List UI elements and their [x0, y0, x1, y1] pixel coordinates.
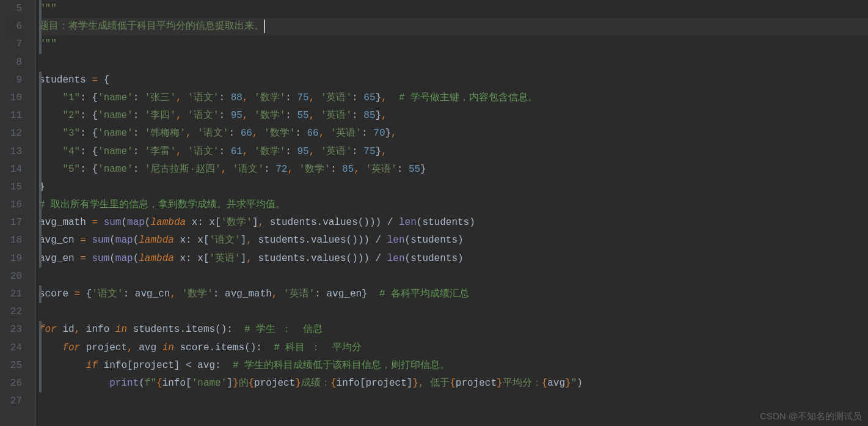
code-line: } — [39, 178, 868, 196]
code-line: "1": {'name': '张三', '语文': 88, '数学': 75, … — [39, 89, 868, 107]
code-line: "5": {'name': '尼古拉斯·赵四', '语文': 72, '数学':… — [39, 161, 868, 178]
code-line: avg_en = sum(map(lambda x: x['英语'], stud… — [39, 250, 868, 268]
code-line: """ — [39, 35, 868, 53]
code-line — [39, 392, 868, 410]
line-number: 14 — [6, 161, 22, 178]
code-line: """ — [39, 0, 868, 18]
code-editor[interactable]: 5 6 7 8 9 10 11 12 13 14 15 16 17 18 19 … — [0, 0, 868, 426]
code-line: "3": {'name': '韩梅梅', '语文': 66, '数学': 66,… — [39, 125, 868, 142]
watermark: CSDN @不知名的测试员 — [760, 411, 862, 422]
line-number: 23 — [6, 321, 22, 339]
line-number: 20 — [6, 268, 22, 285]
line-number: 26 — [6, 375, 22, 392]
line-number: 8 — [6, 54, 22, 72]
text-cursor — [264, 20, 265, 33]
line-number: 19 — [6, 250, 22, 268]
line-number: 11 — [6, 107, 22, 125]
line-number: 22 — [6, 303, 22, 321]
line-number: 5 — [6, 0, 22, 18]
code-line: avg_math = sum(map(lambda x: x['数学'], st… — [39, 214, 868, 232]
line-number: 12 — [6, 125, 22, 142]
code-line: if info[project] < avg: # 学生的科目成绩低于该科目信息… — [39, 357, 868, 375]
code-line: for project, avg in score.items(): # 科目 … — [39, 339, 868, 357]
line-number: 16 — [6, 196, 22, 214]
code-line: students = { — [39, 72, 868, 89]
code-line-current: 题目：将学生成绩低于科目平均分的信息提取出来。 — [39, 18, 868, 35]
code-line: "4": {'name': '李雷', '语文': 61, '数学': 95, … — [39, 143, 868, 161]
fold-column[interactable] — [27, 0, 35, 426]
code-line: score = {'语文': avg_cn, '数学': avg_math, '… — [39, 285, 868, 303]
code-line: # 取出所有学生里的信息，拿到数学成绩。并求平均值。 — [39, 196, 868, 214]
line-number: 10 — [6, 89, 22, 107]
code-line: "2": {'name': '李四', '语文': 95, '数学': 55, … — [39, 107, 868, 125]
line-number: 18 — [6, 232, 22, 249]
line-number-current: 6 — [6, 18, 22, 35]
code-line: avg_cn = sum(map(lambda x: x['语文'], stud… — [39, 232, 868, 249]
code-line: print(f"{info['name']}的{project}成绩：{info… — [39, 375, 868, 392]
line-number: 27 — [6, 392, 22, 410]
line-number: 17 — [6, 214, 22, 232]
code-area[interactable]: """ 题目：将学生成绩低于科目平均分的信息提取出来。 """ students… — [35, 0, 868, 426]
line-number: 13 — [6, 143, 22, 161]
line-number: 21 — [6, 285, 22, 303]
code-line — [39, 268, 868, 285]
code-line — [39, 54, 868, 72]
line-number: 7 — [6, 35, 22, 53]
code-line — [39, 303, 868, 321]
line-number: 9 — [6, 72, 22, 89]
line-number: 24 — [6, 339, 22, 357]
line-number-gutter: 5 6 7 8 9 10 11 12 13 14 15 16 17 18 19 … — [0, 0, 27, 426]
code-line: for id, info in students.items(): # 学生 ：… — [39, 321, 868, 339]
line-number: 15 — [6, 178, 22, 196]
line-number: 25 — [6, 357, 22, 375]
